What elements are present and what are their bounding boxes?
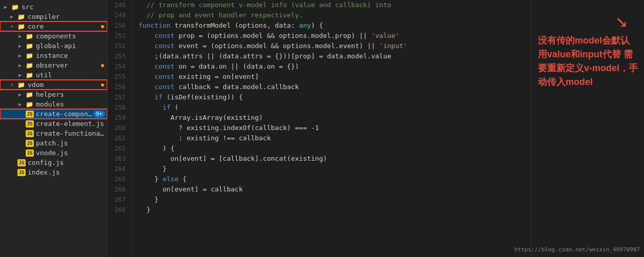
sidebar-item-index[interactable]: ▶JSindex.js xyxy=(0,167,107,177)
folder-icon: 📁 xyxy=(26,91,34,98)
red-arrow: ↘ xyxy=(538,9,638,30)
sidebar-item-observer[interactable]: ▶📁observer xyxy=(0,60,107,70)
folder-icon: 📁 xyxy=(17,13,26,20)
folder-icon: 📁 xyxy=(26,62,34,69)
folder-icon: 📁 xyxy=(17,81,26,89)
sidebar-item-modules[interactable]: ▶📁modules xyxy=(0,99,107,109)
js-icon: JS xyxy=(26,149,34,157)
tree-item-label: create-functional-component.js xyxy=(36,130,107,137)
tree-item-label: src xyxy=(22,3,107,11)
js-icon: JS xyxy=(26,120,34,127)
tree-item-label: helpers xyxy=(36,91,107,98)
tree-arrow: ▾ xyxy=(10,24,16,29)
js-icon: JS xyxy=(26,111,34,118)
tree-item-label: compiler xyxy=(28,13,107,20)
line-number: 265 xyxy=(112,174,126,184)
sidebar-item-vdom[interactable]: ▾📁vdom xyxy=(0,80,107,90)
tree-item-label: config.js xyxy=(28,159,107,166)
tree-arrow: ▶ xyxy=(18,43,25,49)
js-icon: JS xyxy=(17,169,26,176)
modified-dot xyxy=(101,25,104,28)
tree-arrow: ▶ xyxy=(4,4,10,10)
tree-item-label: patch.js xyxy=(36,139,107,147)
code-line: ;(data.attrs || (data.attrs = {}))[prop]… xyxy=(138,51,525,61)
line-number: 250 xyxy=(112,20,126,31)
sidebar-item-create-functional-component[interactable]: ▶JScreate-functional-component.js xyxy=(0,128,107,138)
sidebar-item-create-component[interactable]: ▶JScreate-component.js9+ xyxy=(0,109,107,119)
js-icon: JS xyxy=(26,140,34,147)
sidebar-item-src[interactable]: ▶📁src xyxy=(0,2,107,12)
code-line: } else { xyxy=(138,174,525,184)
code-editor: 2482492502512522532542552562572582592602… xyxy=(108,0,531,257)
line-number: 266 xyxy=(112,184,126,195)
code-line: } xyxy=(138,164,525,174)
tree-item-label: create-component.js xyxy=(36,110,93,118)
line-number: 254 xyxy=(112,61,126,72)
sidebar-item-patch[interactable]: ▶JSpatch.js xyxy=(0,138,107,148)
tree-arrow: ▶ xyxy=(18,33,25,39)
main-content: 2482492502512522532542552562572582592602… xyxy=(108,0,644,257)
code-line: // transform component v-model info (val… xyxy=(138,0,525,10)
csdn-link: https://blog.csdn.net/weixin_40970987 xyxy=(514,246,640,253)
modified-dot xyxy=(101,64,104,67)
line-number: 262 xyxy=(112,143,126,154)
tree-item-label: create-element.js xyxy=(36,120,107,127)
tree-arrow: ▶ xyxy=(18,92,25,97)
js-icon: JS xyxy=(26,130,34,137)
code-line: : existing !== callback xyxy=(138,133,525,143)
line-number: 251 xyxy=(112,31,126,41)
code-line: function transformModel (options, data: … xyxy=(138,20,525,31)
tree-item-label: components xyxy=(36,32,107,40)
code-line: const prop = (options.model && options.m… xyxy=(138,31,525,41)
code-line: if ( xyxy=(138,102,525,113)
js-icon: JS xyxy=(17,159,26,166)
code-line: if (isDef(existing)) { xyxy=(138,92,525,102)
folder-icon: 📁 xyxy=(26,33,34,40)
line-number: 259 xyxy=(112,113,126,123)
sidebar-item-global-api[interactable]: ▶📁global-api xyxy=(0,41,107,51)
tree-arrow: ▶ xyxy=(18,53,25,58)
line-number: 261 xyxy=(112,133,126,143)
code-line: Array.isArray(existing) xyxy=(138,113,525,123)
change-badge: 9+ xyxy=(93,111,105,117)
tree-arrow: ▶ xyxy=(18,62,25,68)
sidebar-item-instance[interactable]: ▶📁instance xyxy=(0,51,107,60)
annotation-text: 没有传的model会默认用value和input代替 需要重新定义v-model… xyxy=(538,34,638,89)
sidebar-item-util[interactable]: ▶📁util xyxy=(0,70,107,80)
tree-arrow: ▶ xyxy=(10,14,16,19)
line-number: 253 xyxy=(112,51,126,61)
code-line: ) { xyxy=(138,143,525,154)
line-number: 267 xyxy=(112,195,126,205)
sidebar-item-components[interactable]: ▶📁components xyxy=(0,31,107,41)
folder-icon: 📁 xyxy=(26,52,34,59)
line-number: 268 xyxy=(112,205,126,215)
sidebar-item-create-element[interactable]: ▶JScreate-element.js xyxy=(0,119,107,128)
tree-item-label: modules xyxy=(36,100,107,108)
line-number: 255 xyxy=(112,72,126,82)
tree-item-label: index.js xyxy=(28,168,107,176)
tree-arrow: ▶ xyxy=(18,72,25,78)
tree-arrow: ▶ xyxy=(18,101,25,107)
sidebar-item-compiler[interactable]: ▶📁compiler xyxy=(0,12,107,22)
sidebar-item-helpers[interactable]: ▶📁helpers xyxy=(0,90,107,99)
code-line: } xyxy=(138,195,525,205)
sidebar-item-vnode[interactable]: ▶JSvnode.js xyxy=(0,148,107,158)
tree-item-label: global-api xyxy=(36,42,107,50)
code-line: ? existing.indexOf(callback) === -1 xyxy=(138,123,525,133)
folder-icon: 📁 xyxy=(17,23,26,30)
line-number: 258 xyxy=(112,102,126,113)
code-line: on[event] = callback xyxy=(138,184,525,195)
folder-icon: 📁 xyxy=(26,72,34,79)
code-line: const callback = data.model.callback xyxy=(138,82,525,92)
tree-item-label: vnode.js xyxy=(36,149,107,157)
folder-icon: 📁 xyxy=(26,101,34,108)
tree-arrow: ▾ xyxy=(10,82,16,88)
line-number: 257 xyxy=(112,92,126,102)
tree-item-label: util xyxy=(36,71,107,79)
code-line: // prop and event handler respectively. xyxy=(138,10,525,20)
line-number: 264 xyxy=(112,164,126,174)
sidebar-item-config[interactable]: ▶JSconfig.js xyxy=(0,158,107,167)
code-lines: // transform component v-model info (val… xyxy=(132,0,531,257)
sidebar-item-core[interactable]: ▾📁core xyxy=(0,22,107,31)
line-number: 248 xyxy=(112,0,126,10)
